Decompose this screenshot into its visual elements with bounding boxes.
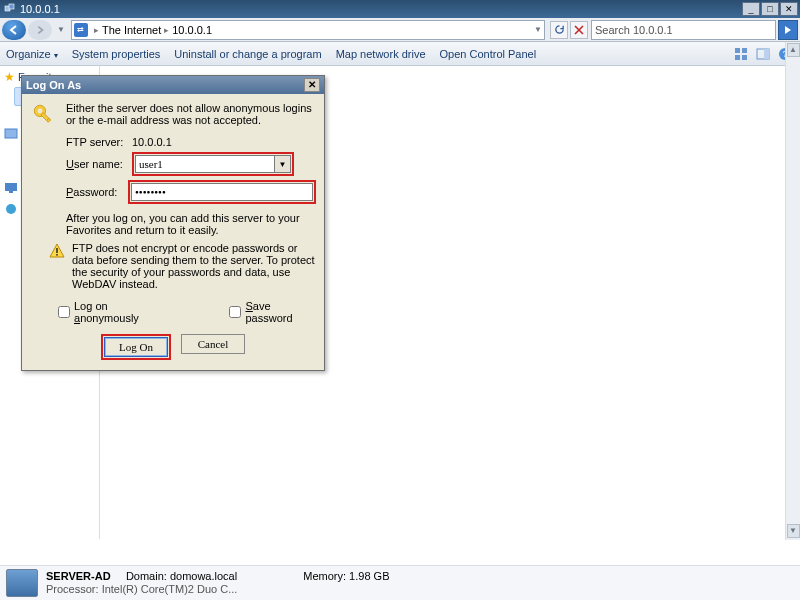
svg-rect-3 — [742, 48, 747, 53]
svg-point-17 — [38, 109, 43, 114]
password-input[interactable] — [131, 183, 313, 201]
username-label: User name: — [66, 158, 132, 170]
view-mode-icon[interactable] — [732, 45, 750, 63]
scroll-down-icon[interactable]: ▼ — [787, 524, 800, 538]
highlight-username: ▼ — [132, 152, 294, 176]
preview-pane-icon[interactable] — [754, 45, 772, 63]
details-pane: SERVER-AD Domain: domowa.local Memory: 1… — [0, 565, 800, 600]
dialog-close-button[interactable]: ✕ — [304, 78, 320, 92]
chevron-right-icon: ▸ — [94, 25, 99, 35]
svg-point-15 — [6, 204, 16, 214]
svg-rect-1 — [9, 4, 14, 9]
logon-button[interactable]: Log On — [104, 337, 168, 357]
vertical-scrollbar[interactable]: ▲ ▼ — [785, 42, 800, 540]
chevron-right-icon: ▸ — [164, 25, 169, 35]
network-icon — [4, 2, 16, 16]
username-input[interactable] — [135, 155, 275, 173]
star-icon: ★ — [4, 70, 15, 84]
security-warning: FTP does not encrypt or encode passwords… — [72, 242, 316, 290]
search-input[interactable]: Search 10.0.0.1 — [591, 20, 776, 40]
window-title: 10.0.0.1 — [20, 3, 60, 15]
command-bar: Organize System properties Uninstall or … — [0, 42, 800, 66]
key-icon — [30, 102, 58, 128]
highlight-logon-button: Log On — [101, 334, 171, 360]
svg-rect-5 — [742, 55, 747, 60]
logon-anonymous-checkbox[interactable]: Log on anonymously — [58, 300, 169, 324]
anonymous-checkbox-box[interactable] — [58, 306, 70, 318]
monitor-icon — [4, 181, 18, 195]
ftp-server-value: 10.0.0.1 — [132, 136, 172, 148]
system-properties-button[interactable]: System properties — [72, 48, 161, 60]
password-label: Password: — [66, 186, 128, 198]
open-control-panel-button[interactable]: Open Control Panel — [440, 48, 537, 60]
uninstall-program-button[interactable]: Uninstall or change a program — [174, 48, 321, 60]
username-dropdown-icon[interactable]: ▼ — [275, 155, 291, 173]
window-titlebar: 10.0.0.1 _ □ ✕ — [0, 0, 800, 18]
svg-rect-4 — [735, 55, 740, 60]
scroll-up-icon[interactable]: ▲ — [787, 43, 800, 57]
minimize-button[interactable]: _ — [742, 2, 760, 16]
internet-icon: ⇄ — [74, 23, 88, 37]
organize-menu[interactable]: Organize — [6, 48, 58, 60]
search-go-button[interactable] — [778, 20, 798, 40]
refresh-button[interactable] — [550, 21, 568, 39]
breadcrumb-part-2[interactable]: 10.0.0.1 — [172, 24, 212, 36]
map-network-drive-button[interactable]: Map network drive — [336, 48, 426, 60]
breadcrumb-part-1[interactable]: The Internet — [102, 24, 161, 36]
highlight-password — [128, 180, 316, 204]
nav-forward-button[interactable] — [28, 20, 52, 40]
save-password-checkbox-box[interactable] — [229, 306, 241, 318]
search-placeholder: Search 10.0.0.1 — [595, 24, 673, 36]
maximize-button[interactable]: □ — [761, 2, 779, 16]
address-bar: ▼ ⇄ ▸ The Internet ▸ 10.0.0.1 ▼ Search 1… — [0, 18, 800, 42]
svg-rect-14 — [9, 191, 13, 193]
status-host: SERVER-AD — [46, 570, 111, 582]
status-cpu: Processor: Intel(R) Core(TM)2 Duo C... — [46, 583, 389, 596]
nav-back-button[interactable] — [2, 20, 26, 40]
dialog-message: Either the server does not allow anonymo… — [66, 102, 316, 128]
svg-rect-13 — [5, 183, 17, 191]
cancel-button[interactable]: Cancel — [181, 334, 245, 354]
network-location-icon — [4, 202, 18, 216]
ftp-server-label: FTP server: — [66, 136, 132, 148]
favorites-note: After you log on, you can add this serve… — [66, 212, 316, 236]
status-domain: Domain: domowa.local — [126, 570, 237, 582]
history-dropdown-icon[interactable]: ▼ — [57, 25, 65, 34]
svg-rect-21 — [56, 254, 58, 256]
svg-rect-20 — [56, 248, 58, 253]
svg-rect-2 — [735, 48, 740, 53]
computer-icon — [6, 569, 38, 597]
svg-rect-12 — [5, 129, 17, 138]
stop-button[interactable] — [570, 21, 588, 39]
folder-icon — [4, 126, 18, 140]
warning-icon — [48, 242, 66, 290]
svg-rect-7 — [764, 49, 769, 59]
breadcrumb-bar[interactable]: ⇄ ▸ The Internet ▸ 10.0.0.1 ▼ — [71, 20, 545, 40]
logon-dialog: Log On As ✕ Either the server does not a… — [21, 75, 325, 371]
breadcrumb-dropdown-icon[interactable]: ▼ — [534, 25, 542, 34]
dialog-titlebar[interactable]: Log On As ✕ — [22, 76, 324, 94]
window-close-button[interactable]: ✕ — [780, 2, 798, 16]
dialog-title: Log On As — [26, 79, 81, 91]
save-password-checkbox[interactable]: Save password — [229, 300, 316, 324]
status-memory: Memory: 1.98 GB — [303, 570, 389, 582]
